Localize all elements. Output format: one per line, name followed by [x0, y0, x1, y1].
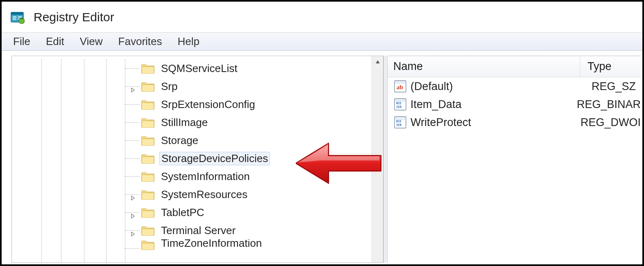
folder-icon [141, 81, 154, 92]
titlebar: Registry Editor [2, 2, 642, 33]
folder-icon [141, 239, 154, 250]
string-value-icon [394, 80, 406, 92]
value-name: Item_Data [410, 98, 569, 111]
menu-view[interactable]: View [80, 35, 103, 48]
folder-icon [141, 171, 154, 182]
expand-icon[interactable] [130, 209, 136, 215]
tree-item[interactable]: SrpExtensionConfig [12, 95, 371, 113]
tree-item-label: SystemInformation [159, 170, 252, 183]
menu-file[interactable]: File [13, 35, 30, 48]
tree-item-label: SrpExtensionConfig [159, 98, 257, 111]
tree-item[interactable]: TimeZoneInformation [12, 239, 371, 250]
folder-icon [141, 153, 154, 164]
value-type: REG_BINAR [569, 98, 641, 111]
menu-edit[interactable]: Edit [46, 35, 64, 48]
tree-item-label: SQMServiceList [159, 62, 239, 75]
svg-rect-7 [20, 18, 23, 19]
binary-value-icon [394, 116, 406, 128]
folder-icon [141, 135, 154, 146]
expand-icon[interactable] [130, 83, 136, 89]
binary-value-icon [394, 98, 406, 110]
tree-item[interactable]: StorageDevicePolicies [12, 149, 371, 167]
tree-item[interactable]: TabletPC [12, 203, 371, 221]
list-pane[interactable]: Name Type (Default)REG_SZItem_DataREG_BI… [388, 56, 641, 263]
folder-icon [141, 207, 154, 218]
folder-icon [141, 189, 154, 200]
menu-help[interactable]: Help [178, 35, 200, 48]
expand-icon[interactable] [130, 191, 136, 197]
column-name[interactable]: Name [388, 56, 580, 77]
splitter[interactable] [383, 56, 388, 263]
tree-item-label: Terminal Server [159, 224, 237, 237]
list-row[interactable]: (Default)REG_SZ [388, 77, 641, 95]
tree-item[interactable]: Srp [12, 77, 371, 95]
tree-item-label: StillImage [159, 116, 209, 129]
list-row[interactable]: Item_DataREG_BINAR [388, 95, 641, 113]
value-type: REG_DWOI [573, 116, 641, 129]
svg-rect-1 [11, 12, 23, 15]
value-name: (Default) [410, 80, 584, 93]
tree-scrollbar[interactable] [372, 56, 383, 262]
list-header: Name Type [388, 56, 641, 77]
value-name: WriteProtect [410, 116, 573, 129]
tree-item-label: StorageDevicePolicies [159, 152, 270, 165]
tree-item[interactable]: SystemInformation [12, 167, 371, 185]
column-type[interactable]: Type [580, 56, 641, 77]
scroll-up-icon[interactable] [372, 56, 383, 68]
folder-icon [141, 225, 154, 236]
folder-icon [141, 117, 154, 128]
regedit-icon [10, 10, 25, 25]
folder-icon [141, 63, 154, 74]
svg-rect-4 [18, 16, 22, 18]
tree-item-label: TimeZoneInformation [159, 239, 263, 250]
tree-item[interactable]: SQMServiceList [12, 59, 371, 77]
menubar: File Edit View Favorites Help [2, 33, 642, 51]
tree-item[interactable]: Terminal Server [12, 221, 371, 239]
tree-item-label: Storage [159, 134, 200, 147]
tree-item-label: SystemResources [159, 188, 249, 201]
window-title: Registry Editor [34, 10, 114, 24]
tree-item-label: Srp [159, 80, 179, 93]
tree-item[interactable]: SystemResources [12, 185, 371, 203]
expand-icon[interactable] [130, 227, 136, 233]
tree-item[interactable]: Storage [12, 131, 371, 149]
value-type: REG_SZ [584, 80, 636, 93]
tree-pane[interactable]: SQMServiceListSrpSrpExtensionConfigStill… [11, 56, 383, 263]
tree-item[interactable]: StillImage [12, 113, 371, 131]
svg-rect-3 [13, 18, 16, 20]
list-row[interactable]: WriteProtectREG_DWOI [388, 113, 641, 131]
folder-icon [141, 99, 154, 110]
svg-rect-2 [13, 16, 16, 18]
menu-favorites[interactable]: Favorites [118, 35, 162, 48]
tree-item-label: TabletPC [159, 206, 206, 219]
